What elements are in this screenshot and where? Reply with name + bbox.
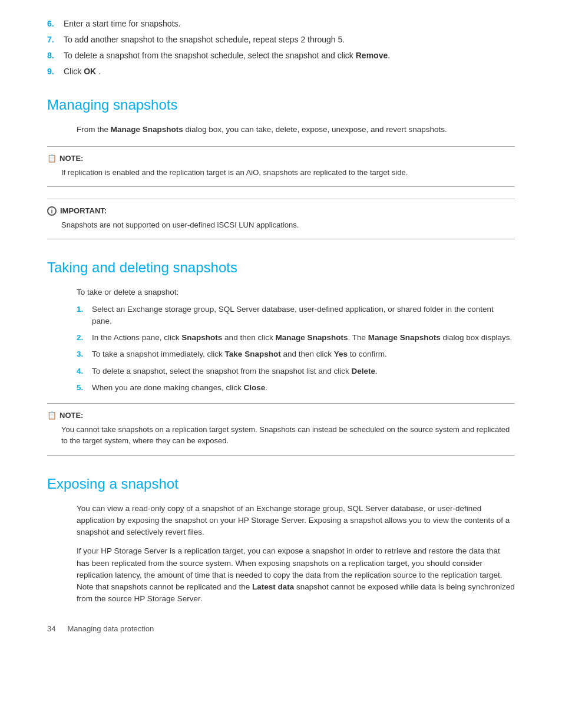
list-text-9-after: . <box>96 67 101 76</box>
step-4: 4. To delete a snapshot, select the snap… <box>77 365 515 377</box>
note-box-1: 📋 NOTE: If replication is enabled and th… <box>47 146 515 187</box>
note-label-text-1: NOTE: <box>59 153 83 164</box>
step-text-1: Select an Exchange storage group, SQL Se… <box>92 304 515 328</box>
taking-intro: To take or delete a snapshot: <box>77 286 515 298</box>
list-text-9-bold: OK <box>84 67 96 76</box>
page-number: 34 <box>47 623 55 635</box>
list-num-8: 8. <box>47 50 64 62</box>
list-item-6: 6. Enter a start time for snapshots. <box>47 18 515 30</box>
note-label-1: 📋 NOTE: <box>47 153 515 164</box>
list-text-8-bold: Remove <box>356 51 388 60</box>
list-item-9: 9. Click OK . <box>47 65 515 78</box>
managing-snapshots-section: Managing snapshots From the Manage Snaps… <box>47 94 515 239</box>
step-3-before: To take a snapshot immediately, click <box>92 350 225 358</box>
important-icon-1: i <box>47 206 57 216</box>
step-3-mid: and then click <box>281 350 334 358</box>
step-2-bold3: Manage Snapshots <box>368 333 441 342</box>
list-num-7: 7. <box>47 34 64 46</box>
step-text-5: When you are done making changes, click … <box>92 382 515 394</box>
list-num-9: 9. <box>47 65 64 78</box>
step-text-3: To take a snapshot immediately, click Ta… <box>92 348 515 360</box>
important-text-1: Snapshots are not supported on user-defi… <box>61 219 515 231</box>
step-3: 3. To take a snapshot immediately, click… <box>77 348 515 360</box>
note-label-text-2: NOTE: <box>59 410 83 421</box>
note-label-2: 📋 NOTE: <box>47 410 515 421</box>
step-num-3: 3. <box>77 348 92 360</box>
step-num-4: 4. <box>77 365 92 377</box>
step-3-after: to confirm. <box>348 350 387 358</box>
list-text-9-before: Click <box>64 67 84 76</box>
taking-heading: Taking and deleting snapshots <box>47 257 515 278</box>
exposing-heading: Exposing a snapshot <box>47 473 515 495</box>
managing-intro-before: From the <box>77 125 111 134</box>
note-icon-1: 📋 <box>47 153 57 164</box>
step-2-bold2: Manage Snapshots <box>275 333 348 342</box>
step-2: 2. In the Actions pane, click Snapshots … <box>77 332 515 344</box>
exposing-para2-bold: Latest data <box>252 582 294 591</box>
step-num-2: 2. <box>77 332 92 344</box>
important-label-1: i IMPORTANT: <box>47 205 515 217</box>
list-item-7: 7. To add another snapshot to the snapsh… <box>47 34 515 46</box>
list-text-6: Enter a start time for snapshots. <box>64 18 515 30</box>
step-4-bold: Delete <box>352 367 376 375</box>
step-3-bold2: Yes <box>334 350 348 358</box>
list-text-7: To add another snapshot to the snapshot … <box>64 34 515 46</box>
list-num-6: 6. <box>47 18 64 30</box>
list-text-9: Click OK . <box>64 65 515 78</box>
top-list: 6. Enter a start time for snapshots. 7. … <box>47 18 515 78</box>
important-label-text-1: IMPORTANT: <box>60 205 107 217</box>
step-2-bold1: Snapshots <box>181 333 222 342</box>
note-text-2: You cannot take snapshots on a replicati… <box>61 424 515 447</box>
step-num-1: 1. <box>77 304 92 328</box>
step-2-mid1: and then click <box>222 333 275 342</box>
step-2-before: In the Actions pane, click <box>92 333 181 342</box>
list-text-8: To delete a snapshot from the snapshot s… <box>64 50 515 62</box>
step-num-5: 5. <box>77 382 92 394</box>
step-5: 5. When you are done making changes, cli… <box>77 382 515 394</box>
managing-intro-bold: Manage Snapshots <box>111 125 183 134</box>
managing-intro-after: dialog box, you can take, delete, expose… <box>183 125 447 134</box>
managing-heading: Managing snapshots <box>47 94 515 116</box>
step-5-after: . <box>265 383 267 392</box>
page-container: 6. Enter a start time for snapshots. 7. … <box>0 0 562 658</box>
footer-text: Managing data protection <box>67 623 154 635</box>
step-1: 1. Select an Exchange storage group, SQL… <box>77 304 515 328</box>
note-text-1: If replication is enabled and the replic… <box>61 167 515 179</box>
step-3-bold1: Take Snapshot <box>225 350 281 358</box>
note-icon-2: 📋 <box>47 410 57 421</box>
page-footer: 34 Managing data protection <box>47 623 515 635</box>
step-text-2: In the Actions pane, click Snapshots and… <box>92 332 515 344</box>
taking-section: Taking and deleting snapshots To take or… <box>47 257 515 455</box>
note-box-2: 📋 NOTE: You cannot take snapshots on a r… <box>47 403 515 456</box>
list-text-8-after: . <box>388 51 390 60</box>
step-4-before: To delete a snapshot, select the snapsho… <box>92 367 352 375</box>
exposing-section: Exposing a snapshot You can view a read-… <box>47 473 515 605</box>
managing-intro: From the Manage Snapshots dialog box, yo… <box>77 124 515 136</box>
step-2-after: dialog box displays. <box>441 333 513 342</box>
important-box-1: i IMPORTANT: Snapshots are not supported… <box>47 199 515 239</box>
step-5-before: When you are done making changes, click <box>92 383 243 392</box>
exposing-para2: If your HP Storage Server is a replicati… <box>77 545 515 605</box>
taking-steps-list: 1. Select an Exchange storage group, SQL… <box>77 304 515 394</box>
step-text-4: To delete a snapshot, select the snapsho… <box>92 365 515 377</box>
step-4-after: . <box>375 367 378 375</box>
step-5-bold: Close <box>243 383 265 392</box>
step-2-mid2: . The <box>348 333 368 342</box>
list-text-8-before: To delete a snapshot from the snapshot s… <box>64 51 356 60</box>
list-item-8: 8. To delete a snapshot from the snapsho… <box>47 50 515 62</box>
exposing-para1: You can view a read-only copy of a snaps… <box>77 503 515 539</box>
